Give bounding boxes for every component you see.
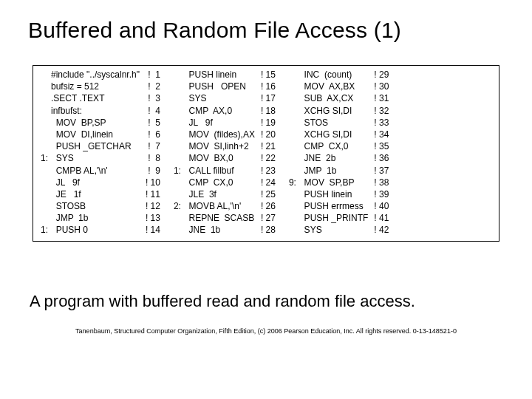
col2-line-numbers: ! 15 ! 16 ! 17 ! 18 ! 19 ! 20 ! 21 ! 22 … — [258, 69, 276, 236]
col3-line-numbers: ! 29 ! 30 ! 31 ! 32 ! 33 ! 34 ! 35 ! 36 … — [371, 69, 389, 236]
col3-instructions: INC (count) MOV AX,BX SUB AX,CX XCHG SI,… — [299, 69, 368, 236]
col2-labels: 1: 2: — [171, 69, 181, 236]
code-listing: 1: 1: #include "../syscalnr.h" bufsiz = … — [33, 65, 499, 242]
copyright-line: Tanenbaum, Structured Computer Organizat… — [21, 327, 511, 335]
col1-line-numbers: ! 1 ! 2 ! 3 ! 4 ! 5 ! 6 ! 7 ! 8 ! 9 ! 10… — [143, 69, 160, 236]
code-column-2: 1: 2: PUSH linein PUSH OPEN SYS CMP AX,0… — [171, 69, 276, 236]
code-column-1: 1: 1: #include "../syscalnr.h" bufsiz = … — [38, 69, 160, 236]
page-title: Buffered and Random File Access (1) — [28, 18, 511, 43]
col3-labels: 9: — [286, 69, 296, 236]
col1-labels: 1: 1: — [38, 69, 48, 236]
col1-instructions: #include "../syscalnr.h" bufsiz = 512 .S… — [51, 69, 140, 236]
figure-caption: A program with buffered read and random … — [30, 292, 511, 311]
col2-instructions: PUSH linein PUSH OPEN SYS CMP AX,0 JL 9f… — [184, 69, 255, 236]
code-column-3: 9: INC (count) MOV AX,BX SUB AX,CX XCHG … — [286, 69, 389, 236]
slide: Buffered and Random File Access (1) 1: 1… — [0, 0, 532, 399]
